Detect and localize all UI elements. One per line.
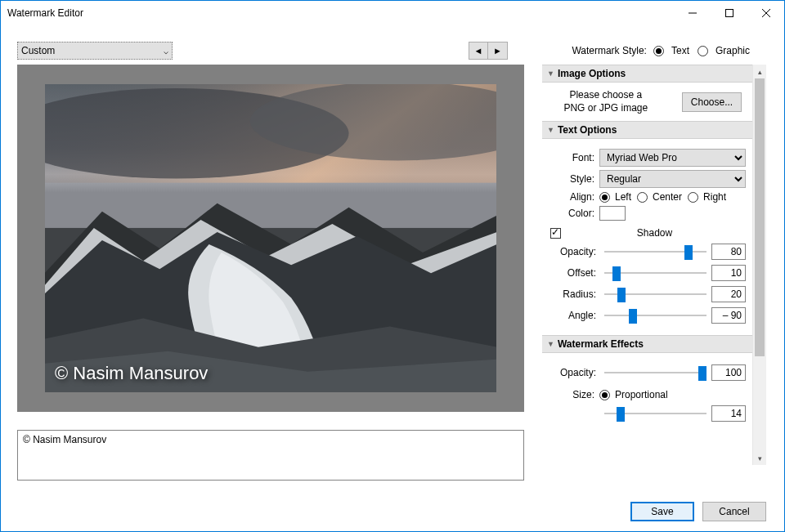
watermark-effects-body: Opacity: Size: Proportional xyxy=(542,353,752,433)
shadow-angle-slider[interactable] xyxy=(604,307,706,324)
shadow-offset-label: Offset: xyxy=(549,267,599,279)
disclosure-triangle-icon: ▼ xyxy=(547,126,554,134)
disclosure-triangle-icon: ▼ xyxy=(547,69,554,78)
size-slider[interactable] xyxy=(604,405,706,422)
style-label: Watermark Style: xyxy=(572,45,647,56)
watermark-text-value: © Nasim Mansurov xyxy=(23,434,106,445)
watermark-effects-title: Watermark Effects xyxy=(558,338,644,350)
titlebar: Watermark Editor xyxy=(1,1,784,25)
align-left-radio[interactable] xyxy=(599,192,610,203)
align-right-radio[interactable] xyxy=(688,192,698,203)
shadow-angle-value[interactable] xyxy=(711,307,746,324)
font-style-label: Style: xyxy=(549,173,599,185)
shadow-radius-label: Radius: xyxy=(549,288,599,300)
scroll-up-icon[interactable]: ▴ xyxy=(753,65,766,78)
text-options-title: Text Options xyxy=(558,124,617,136)
size-value[interactable] xyxy=(711,405,746,422)
minimize-button[interactable] xyxy=(674,1,711,25)
font-style-select[interactable]: Regular xyxy=(599,170,746,188)
image-options-body: Please choose a PNG or JPG image Choose.… xyxy=(542,83,752,121)
close-button[interactable] xyxy=(747,1,784,25)
wm-opacity-slider[interactable] xyxy=(604,364,706,381)
font-select[interactable]: Myriad Web Pro xyxy=(599,149,746,167)
scroll-down-icon[interactable]: ▾ xyxy=(753,451,766,465)
image-options-title: Image Options xyxy=(558,68,626,79)
image-options-header[interactable]: ▼ Image Options xyxy=(542,65,752,83)
watermark-effects-header[interactable]: ▼ Watermark Effects xyxy=(542,335,752,353)
wm-opacity-value[interactable] xyxy=(711,364,746,381)
window-controls xyxy=(674,1,784,25)
preview-frame: © Nasim Mansurov xyxy=(17,65,524,412)
watermark-text-input[interactable]: © Nasim Mansurov xyxy=(17,430,524,481)
scrollbar-vertical[interactable]: ▴ ▾ xyxy=(752,65,766,465)
scrollbar-thumb[interactable] xyxy=(755,78,765,356)
right-column: ▼ Image Options Please choose a PNG or J… xyxy=(542,65,766,491)
shadow-opacity-label: Opacity: xyxy=(549,246,599,257)
nav-buttons: ◄ ► xyxy=(469,42,508,60)
choose-image-msg: Please choose a PNG or JPG image xyxy=(553,89,659,114)
footer: Save Cancel xyxy=(630,502,766,521)
style-text-radio[interactable] xyxy=(653,46,664,56)
shadow-checkbox[interactable] xyxy=(550,228,561,239)
font-label: Font: xyxy=(549,152,599,163)
shadow-radius-value[interactable] xyxy=(711,286,746,302)
size-mode-label: Proportional xyxy=(615,389,668,400)
options-panel: ▼ Image Options Please choose a PNG or J… xyxy=(542,65,752,491)
left-column: © Nasim Mansurov © Nasim Mansurov xyxy=(17,65,524,491)
shadow-offset-slider[interactable] xyxy=(604,265,706,281)
choose-image-button[interactable]: Choose... xyxy=(682,92,742,112)
text-options-body: Font: Myriad Web Pro Style: Regular Alig… xyxy=(542,139,752,335)
text-options-header[interactable]: ▼ Text Options xyxy=(542,121,752,139)
svg-rect-1 xyxy=(725,10,733,17)
style-text-label: Text xyxy=(671,45,689,56)
disclosure-triangle-icon: ▼ xyxy=(547,340,554,348)
shadow-angle-label: Angle: xyxy=(549,310,599,321)
prev-button[interactable]: ◄ xyxy=(469,42,488,60)
align-label: Align: xyxy=(549,191,599,203)
size-proportional-radio[interactable] xyxy=(599,390,610,400)
color-swatch[interactable] xyxy=(599,206,626,221)
color-label: Color: xyxy=(549,208,599,219)
watermark-overlay: © Nasim Mansurov xyxy=(55,363,208,384)
toolbar: Custom ⌵ ◄ ► xyxy=(1,25,524,65)
shadow-opacity-value[interactable] xyxy=(711,244,746,260)
cancel-button[interactable]: Cancel xyxy=(702,502,766,521)
preset-value: Custom xyxy=(21,45,55,56)
maximize-button[interactable] xyxy=(711,1,747,25)
main-body: © Nasim Mansurov © Nasim Mansurov ▼ Imag… xyxy=(1,65,784,491)
watermark-style-row: Watermark Style: Text Graphic xyxy=(524,25,784,65)
next-button[interactable]: ► xyxy=(488,42,508,60)
shadow-radius-slider[interactable] xyxy=(604,286,706,302)
chevron-down-icon: ⌵ xyxy=(164,47,168,56)
align-center-radio[interactable] xyxy=(637,192,648,203)
style-graphic-radio[interactable] xyxy=(698,46,708,56)
style-graphic-label: Graphic xyxy=(715,45,750,56)
shadow-offset-value[interactable] xyxy=(711,265,746,281)
size-label: Size: xyxy=(549,389,599,400)
preset-select[interactable]: Custom ⌵ xyxy=(17,42,173,60)
shadow-label: Shadow xyxy=(563,227,746,239)
save-button[interactable]: Save xyxy=(630,502,694,521)
preview-image: © Nasim Mansurov xyxy=(45,84,496,392)
window-title: Watermark Editor xyxy=(7,7,674,19)
shadow-opacity-slider[interactable] xyxy=(604,244,706,260)
wm-opacity-label: Opacity: xyxy=(549,367,599,378)
